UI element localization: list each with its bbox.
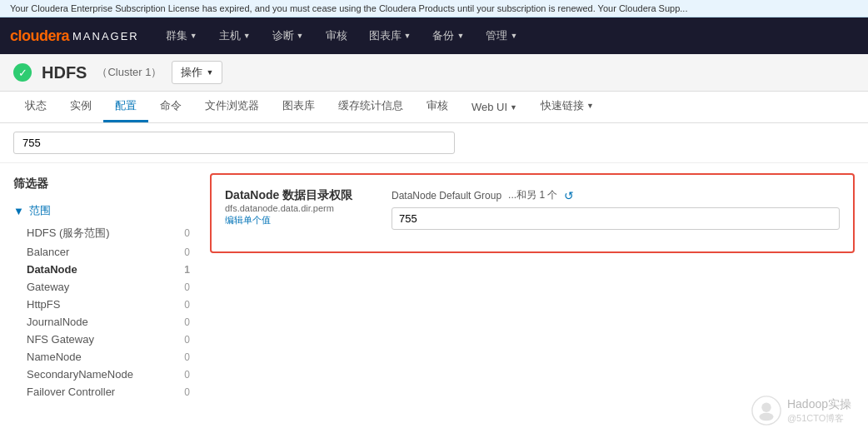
search-container bbox=[0, 123, 868, 163]
filter-item-label: Gateway bbox=[27, 281, 69, 293]
chevron-down-icon: ▼ bbox=[13, 205, 24, 217]
header-nav-item-诊断[interactable]: 诊断▼ bbox=[262, 23, 314, 48]
header-nav-item-备份[interactable]: 备份▼ bbox=[422, 23, 474, 48]
sidebar-filter: 筛选器 ▼ 范围 HDFS (服务范围)0Balancer0DataNode1G… bbox=[13, 173, 197, 443]
chevron-icon: ▼ bbox=[456, 32, 464, 40]
service-header: ✓ HDFS （Cluster 1） 操作 ▼ bbox=[0, 54, 868, 92]
warning-bar: Your Cloudera Enterprise Subscription Li… bbox=[0, 0, 868, 17]
filter-item-label: NFS Gateway bbox=[27, 333, 94, 346]
filter-item-count: 0 bbox=[177, 281, 190, 293]
content-area: 筛选器 ▼ 范围 HDFS (服务范围)0Balancer0DataNode1G… bbox=[0, 163, 868, 443]
config-value-input[interactable] bbox=[392, 207, 840, 230]
filter-item-count: 0 bbox=[177, 299, 190, 311]
filter-item-count: 0 bbox=[177, 246, 190, 258]
main-nav: 群集▼主机▼诊断▼审核图表库▼备份▼管理▼ bbox=[156, 23, 528, 48]
filter-item-count: 0 bbox=[177, 386, 190, 398]
chevron-icon: ▼ bbox=[404, 32, 412, 40]
reset-icon[interactable]: ↺ bbox=[564, 189, 574, 202]
filter-item-label: NameNode bbox=[27, 351, 82, 363]
config-value-area: DataNode Default Group ...和另 1 个 ↺ bbox=[392, 188, 840, 230]
filter-item-SecondaryNameNode[interactable]: SecondaryNameNode0 bbox=[13, 366, 197, 383]
chevron-icon: ▼ bbox=[243, 32, 251, 40]
tab-实例[interactable]: 实例 bbox=[58, 92, 103, 122]
filter-item-label: HDFS (服务范围) bbox=[27, 226, 110, 241]
filter-item-Failover-Controller[interactable]: Failover Controller0 bbox=[13, 383, 197, 401]
filter-item-NameNode[interactable]: NameNode0 bbox=[13, 348, 197, 366]
logo-manager-text: MANAGER bbox=[72, 30, 139, 42]
tab-配置[interactable]: 配置 bbox=[103, 92, 148, 122]
filter-item-HDFS-(服务范围)[interactable]: HDFS (服务范围)0 bbox=[13, 223, 197, 243]
tab-chevron-icon: ▼ bbox=[586, 102, 594, 110]
tab-审核[interactable]: 审核 bbox=[415, 92, 460, 122]
tab-快速链接[interactable]: 快速链接 ▼ bbox=[529, 92, 606, 122]
filter-item-count: 0 bbox=[177, 351, 190, 363]
filter-item-count: 0 bbox=[177, 316, 190, 328]
config-scope-key: dfs.datanode.data.dir.perm bbox=[225, 203, 375, 213]
filter-title: 筛选器 bbox=[13, 173, 197, 195]
logo-cloudera-text: cloudera bbox=[10, 27, 69, 45]
tab-chevron-icon: ▼ bbox=[510, 103, 517, 112]
header: cloudera MANAGER 群集▼主机▼诊断▼审核图表库▼备份▼管理▼ bbox=[0, 17, 868, 54]
search-input[interactable] bbox=[13, 132, 455, 154]
filter-item-label: JournalNode bbox=[27, 316, 88, 328]
filter-item-NFS-Gateway[interactable]: NFS Gateway0 bbox=[13, 331, 197, 348]
filter-item-Balancer[interactable]: Balancer0 bbox=[13, 243, 197, 261]
tab-状态[interactable]: 状态 bbox=[13, 92, 58, 122]
tab-文件浏览器[interactable]: 文件浏览器 bbox=[193, 92, 271, 122]
header-nav-item-管理[interactable]: 管理▼ bbox=[476, 23, 527, 48]
filter-item-label: HttpFS bbox=[27, 298, 60, 311]
filter-item-label: Failover Controller bbox=[27, 386, 115, 398]
config-scope-label: DataNode Default Group ...和另 1 个 ↺ bbox=[392, 188, 840, 202]
service-status-icon: ✓ bbox=[13, 63, 32, 82]
config-name-area: DataNode 数据目录权限 dfs.datanode.data.dir.pe… bbox=[225, 188, 375, 226]
filter-item-HttpFS[interactable]: HttpFS0 bbox=[13, 296, 197, 313]
header-nav-item-群集[interactable]: 群集▼ bbox=[156, 23, 207, 48]
config-result-card: DataNode 数据目录权限 dfs.datanode.data.dir.pe… bbox=[210, 173, 855, 253]
tab-图表库[interactable]: 图表库 bbox=[271, 92, 327, 122]
chevron-icon: ▼ bbox=[190, 32, 197, 40]
filter-item-count: 0 bbox=[177, 369, 190, 381]
filter-item-JournalNode[interactable]: JournalNode0 bbox=[13, 313, 197, 331]
header-nav-item-图表库[interactable]: 图表库▼ bbox=[359, 23, 422, 48]
filter-item-count: 0 bbox=[177, 334, 190, 346]
tab-nav: 状态实例配置命令文件浏览器图表库缓存统计信息审核Web UI ▼快速链接 ▼ bbox=[0, 92, 868, 123]
header-nav-item-主机[interactable]: 主机▼ bbox=[209, 23, 261, 48]
filter-item-label: SecondaryNameNode bbox=[27, 368, 133, 381]
filter-item-count: 0 bbox=[177, 227, 190, 239]
chevron-icon: ▼ bbox=[510, 32, 517, 40]
tab-Web UI[interactable]: Web UI ▼ bbox=[460, 94, 529, 122]
filter-section-range[interactable]: ▼ 范围 bbox=[13, 203, 197, 218]
tab-命令[interactable]: 命令 bbox=[148, 92, 193, 122]
filter-items-list: HDFS (服务范围)0Balancer0DataNode1Gateway0Ht… bbox=[13, 223, 197, 401]
service-cluster: （Cluster 1） bbox=[97, 65, 162, 80]
ops-button[interactable]: 操作 ▼ bbox=[172, 61, 222, 84]
chevron-icon: ▼ bbox=[297, 32, 304, 40]
filter-item-Gateway[interactable]: Gateway0 bbox=[13, 278, 197, 296]
service-name: HDFS bbox=[42, 63, 87, 82]
filter-item-label: Balancer bbox=[27, 246, 69, 258]
ops-chevron-icon: ▼ bbox=[206, 68, 213, 77]
filter-item-count: 1 bbox=[177, 264, 190, 276]
config-title: DataNode 数据目录权限 bbox=[225, 188, 375, 203]
result-card-header: DataNode 数据目录权限 dfs.datanode.data.dir.pe… bbox=[225, 188, 840, 230]
header-nav-item-审核[interactable]: 审核 bbox=[316, 23, 357, 48]
tab-缓存统计信息[interactable]: 缓存统计信息 bbox=[327, 92, 415, 122]
filter-item-label: DataNode bbox=[27, 263, 77, 276]
main-content: DataNode 数据目录权限 dfs.datanode.data.dir.pe… bbox=[210, 173, 855, 443]
logo: cloudera MANAGER bbox=[10, 27, 139, 45]
edit-single-value-link[interactable]: 编辑单个值 bbox=[225, 215, 271, 225]
filter-item-DataNode[interactable]: DataNode1 bbox=[13, 261, 197, 278]
